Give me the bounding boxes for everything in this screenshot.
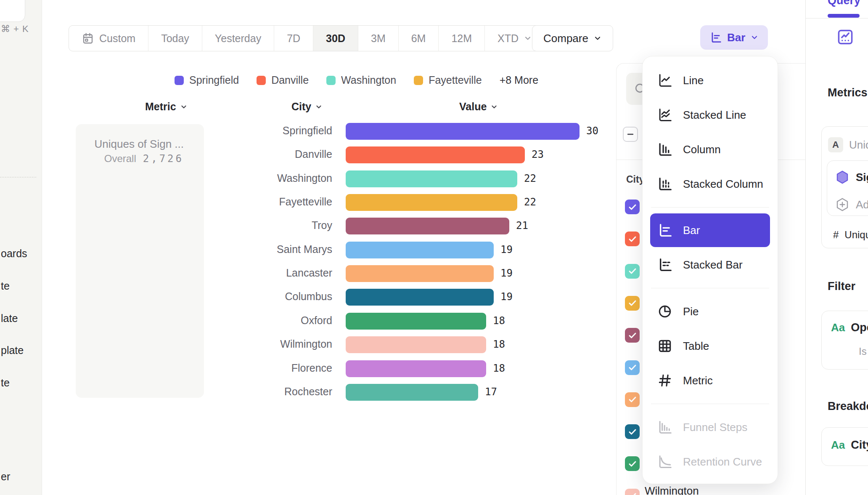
bar[interactable] bbox=[346, 336, 486, 353]
legend-label: Fayetteville bbox=[429, 74, 482, 86]
sidebar-item-truncated[interactable]: er bbox=[1, 471, 10, 483]
bar-category-label: Springfield bbox=[177, 125, 332, 137]
menu-item-stacked-bar[interactable]: Stacked Bar bbox=[650, 248, 770, 282]
bar[interactable] bbox=[346, 146, 525, 163]
event-label: Uniq bbox=[849, 138, 868, 152]
menu-item-stacked-column[interactable]: Stacked Column bbox=[650, 167, 770, 201]
city-checkbox[interactable] bbox=[625, 328, 640, 343]
date-range-today[interactable]: Today bbox=[148, 26, 202, 51]
menu-item-stacked-line[interactable]: Stacked Line bbox=[650, 98, 770, 132]
breakdown-property-label: City bbox=[851, 439, 868, 452]
menu-item-bar[interactable]: Bar bbox=[650, 213, 770, 247]
menu-item-label: Pie bbox=[683, 305, 699, 318]
bar-category-label: Oxford bbox=[177, 314, 332, 327]
date-range-3m[interactable]: 3M bbox=[358, 26, 399, 51]
bar-row-saint-marys: Saint Marys19 bbox=[0, 238, 610, 262]
date-range-30d[interactable]: 30D bbox=[313, 26, 358, 51]
menu-item-label: Stacked Line bbox=[683, 109, 746, 122]
date-range-custom[interactable]: Custom bbox=[69, 26, 148, 51]
chart-preview-icon[interactable] bbox=[836, 28, 855, 46]
funnel-chart-icon bbox=[657, 419, 673, 435]
bar[interactable] bbox=[346, 123, 580, 140]
date-range-6m[interactable]: 6M bbox=[399, 26, 439, 51]
menu-item-label: Stacked Bar bbox=[683, 258, 743, 271]
uniques-row[interactable]: # Uniqu bbox=[833, 229, 868, 241]
bar-value-label: 18 bbox=[493, 362, 505, 374]
bar-category-label: Rochester bbox=[177, 386, 332, 398]
bar[interactable] bbox=[346, 289, 494, 306]
chart-legend: SpringfieldDanvilleWashingtonFayettevill… bbox=[175, 74, 538, 86]
city-checkbox[interactable] bbox=[625, 392, 640, 407]
bar[interactable] bbox=[346, 384, 478, 401]
city-checkbox[interactable] bbox=[625, 360, 640, 375]
check-icon bbox=[627, 362, 638, 373]
signup-row[interactable]: Sig bbox=[835, 170, 868, 185]
column-header-metric[interactable]: Metric bbox=[145, 101, 188, 113]
chevron-down-icon bbox=[524, 34, 532, 43]
compare-label: Compare bbox=[543, 32, 588, 45]
bar-chart-icon bbox=[709, 31, 722, 44]
breakdown-property-row[interactable]: Aa City bbox=[831, 439, 868, 452]
legend-item-fayetteville[interactable]: Fayetteville bbox=[414, 74, 482, 86]
check-icon bbox=[627, 394, 638, 405]
city-checkbox[interactable] bbox=[625, 264, 640, 279]
bar-value-label: 19 bbox=[500, 244, 513, 255]
city-checkbox[interactable] bbox=[625, 456, 640, 471]
aa-type-icon: Aa bbox=[831, 439, 845, 452]
city-checkbox[interactable] bbox=[625, 232, 640, 246]
bar[interactable] bbox=[346, 265, 494, 282]
pie-chart-icon bbox=[657, 303, 673, 319]
menu-divider bbox=[651, 207, 769, 208]
legend-more[interactable]: +8 More bbox=[500, 74, 538, 86]
add-label: Ad bbox=[856, 198, 868, 211]
event-row[interactable]: A Uniq bbox=[828, 137, 868, 152]
chart-type-button[interactable]: Bar bbox=[700, 25, 768, 50]
menu-item-metric[interactable]: Metric bbox=[650, 363, 770, 398]
compare-button[interactable]: Compare bbox=[532, 25, 613, 51]
legend-item-washington[interactable]: Washington bbox=[326, 74, 396, 86]
city-checkbox[interactable] bbox=[625, 200, 640, 214]
legend-item-danville[interactable]: Danville bbox=[257, 74, 309, 86]
menu-item-column[interactable]: Column bbox=[650, 132, 770, 167]
column-header-city[interactable]: City bbox=[291, 101, 323, 113]
select-all-checkbox[interactable] bbox=[623, 127, 638, 142]
signup-label: Sig bbox=[856, 171, 868, 184]
date-range-label: Today bbox=[161, 32, 189, 45]
bar[interactable] bbox=[346, 313, 486, 330]
date-range-12m[interactable]: 12M bbox=[439, 26, 485, 51]
bar-category-label: Florence bbox=[177, 362, 332, 374]
menu-item-line[interactable]: Line bbox=[650, 63, 770, 98]
city-checkbox[interactable] bbox=[625, 296, 640, 311]
bar[interactable] bbox=[346, 360, 486, 377]
bar-value-label: 18 bbox=[493, 315, 505, 327]
chevron-down-icon bbox=[490, 103, 498, 111]
tab-query[interactable]: Query bbox=[828, 0, 860, 7]
bar-category-label: Columbus bbox=[177, 290, 332, 303]
bar-row-rochester: Rochester17 bbox=[0, 381, 610, 404]
menu-item-pie[interactable]: Pie bbox=[650, 294, 770, 329]
bar-value-label: 19 bbox=[500, 267, 513, 279]
city-checkbox[interactable] bbox=[625, 489, 640, 495]
check-icon bbox=[627, 234, 638, 244]
bar-row-fayetteville: Fayetteville22 bbox=[0, 191, 610, 214]
legend-swatch bbox=[175, 76, 184, 85]
legend-item-springfield[interactable]: Springfield bbox=[175, 74, 239, 86]
bar[interactable] bbox=[346, 170, 517, 187]
chevron-down-icon bbox=[180, 103, 188, 111]
column-header-value[interactable]: Value bbox=[459, 101, 498, 113]
menu-item-retention-curve: Retention Curve bbox=[650, 444, 770, 479]
bar-value-label: 30 bbox=[586, 125, 598, 137]
filter-property-row[interactable]: Aa Ope bbox=[831, 321, 868, 334]
filter-condition-row[interactable]: Is i bbox=[859, 346, 868, 357]
bar[interactable] bbox=[346, 242, 494, 258]
menu-item-table[interactable]: Table bbox=[650, 329, 770, 363]
check-icon bbox=[627, 491, 638, 495]
date-range-yesterday[interactable]: Yesterday bbox=[202, 26, 274, 51]
bar[interactable] bbox=[346, 218, 509, 234]
city-checkbox[interactable] bbox=[625, 424, 640, 439]
add-event-row[interactable]: Ad bbox=[835, 197, 868, 212]
bar-row-florence: Florence18 bbox=[0, 357, 610, 381]
chevron-down-icon bbox=[315, 103, 323, 111]
bar[interactable] bbox=[346, 194, 517, 211]
date-range-7d[interactable]: 7D bbox=[274, 26, 313, 51]
